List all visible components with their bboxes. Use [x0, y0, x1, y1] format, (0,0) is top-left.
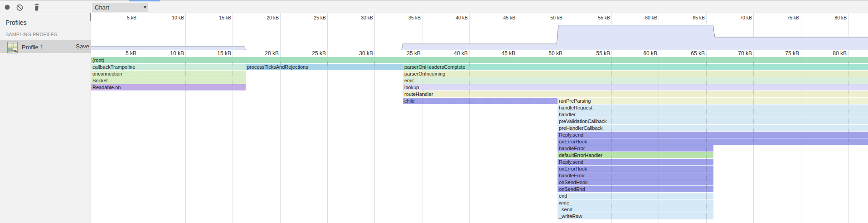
svg-text:%: %	[13, 48, 17, 53]
